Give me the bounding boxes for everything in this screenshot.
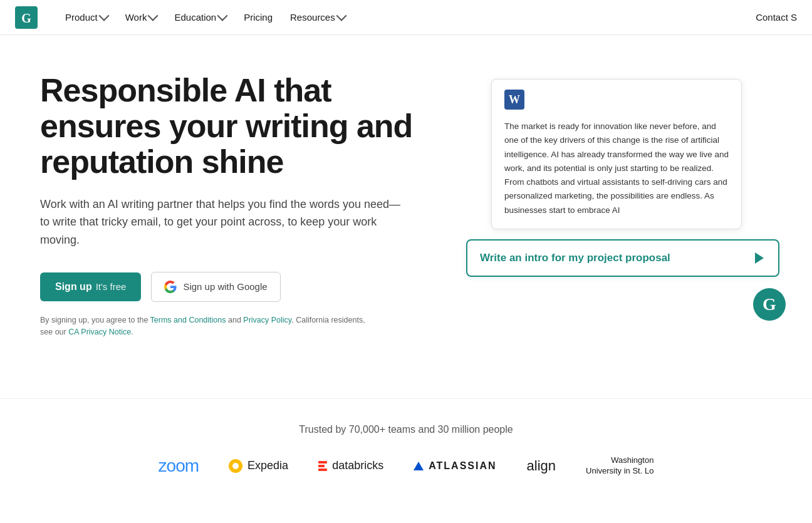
signup-label: Sign up [55,281,92,293]
hero-subtitle: Work with an AI writing partner that hel… [40,195,403,249]
expedia-icon [229,459,242,473]
hero-title: Responsible AI that ensures your writing… [40,73,441,180]
signup-free-label: It's free [96,281,127,292]
google-signup-button[interactable]: Sign up with Google [151,272,280,302]
atlassian-icon [414,462,424,470]
logo[interactable]: G [15,6,38,29]
nav-item-resources[interactable]: Resources [283,7,353,28]
send-icon [755,252,764,264]
hero-left: Responsible AI that ensures your writing… [40,73,441,338]
prompt-text: Write an intro for my project proposal [480,252,670,264]
logo-align: align [527,458,556,474]
nav-pricing-label: Pricing [244,12,273,23]
trusted-section: Trusted by 70,000+ teams and 30 million … [0,398,812,489]
trusted-text: Trusted by 70,000+ teams and 30 million … [13,424,799,435]
databricks-icon [318,461,327,471]
chevron-down-icon [98,10,109,21]
nav-item-pricing[interactable]: Pricing [236,7,280,28]
ca-privacy-link[interactable]: CA Privacy Notice [68,328,131,336]
word-icon: W [504,90,524,110]
db-bar-2 [318,465,325,467]
hero-right: W The market is ready for innovation lik… [466,73,779,314]
db-bar-1 [318,461,327,463]
nav-resources-label: Resources [290,12,335,23]
nav-product-label: Product [65,12,98,23]
svg-text:G: G [21,11,31,25]
privacy-link[interactable]: Privacy Policy [243,316,291,324]
logo-atlassian: ATLASSIAN [414,460,496,472]
doc-card-text: The market is ready for innovation like … [504,120,729,217]
chevron-down-icon [217,10,228,21]
logo-washington: WashingtonUniversity in St. Lo [586,455,653,477]
chevron-down-icon [148,10,159,21]
doc-card: W The market is ready for innovation lik… [491,79,742,229]
nav-item-work[interactable]: Work [118,7,165,28]
grammarly-badge[interactable]: G [753,288,786,321]
contact-sales-link[interactable]: Contact S [756,12,797,23]
hero-section: Responsible AI that ensures your writing… [0,35,812,398]
terms-link[interactable]: Terms and Conditions [150,316,226,324]
db-bar-3 [318,469,327,471]
logo-expedia: Expedia [229,459,288,473]
prompt-send-button[interactable] [751,249,768,267]
expedia-wordmark: Expedia [247,459,288,472]
grammarly-g-icon: G [763,294,776,314]
chevron-down-icon [336,10,346,21]
nav-items: Product Work Education Pricing Resources [58,7,756,28]
logos-row: zoom Expedia databricks ATLASSIAN align … [13,455,799,477]
signup-button[interactable]: Sign up It's free [40,272,141,301]
logo-databricks: databricks [318,459,383,472]
nav-item-product[interactable]: Product [58,7,115,28]
atlassian-wordmark: ATLASSIAN [429,460,496,472]
hero-buttons: Sign up It's free Sign up with Google [40,272,441,302]
nav-work-label: Work [125,12,147,23]
expedia-inner-circle [232,463,239,469]
nav-education-label: Education [174,12,216,23]
washington-wordmark: WashingtonUniversity in St. Lo [586,455,653,477]
logo-zoom: zoom [159,456,199,476]
doc-card-header: W [504,90,729,110]
zoom-wordmark: zoom [159,456,199,476]
google-icon [164,281,177,293]
nav-item-education[interactable]: Education [167,7,234,28]
databricks-wordmark: databricks [332,459,383,472]
hero-legal: By signing up, you agree to the Terms an… [40,314,378,338]
nav-right: Contact S [756,12,797,23]
prompt-box[interactable]: Write an intro for my project proposal [466,239,779,277]
navbar: G Product Work Education Pricing Resourc… [0,0,812,35]
google-signup-label: Sign up with Google [183,281,267,292]
align-wordmark: align [527,458,556,474]
